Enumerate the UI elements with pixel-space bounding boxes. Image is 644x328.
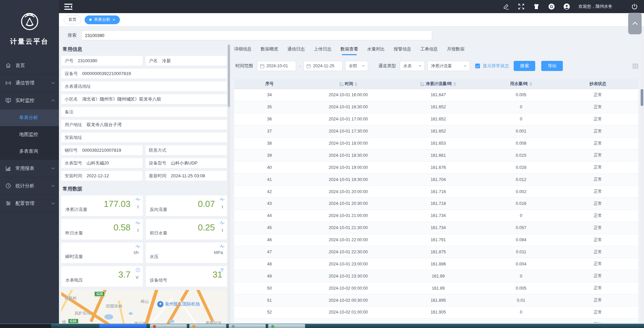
table-row[interactable]: 392024-10-01 18:30:00161.6610.015正常 xyxy=(234,149,638,161)
table-header-cell-3[interactable]: 用水量/吨 xyxy=(485,79,557,89)
tab-工单信息[interactable]: 工单信息 xyxy=(420,46,438,55)
taskbar-app-button[interactable] xyxy=(150,324,187,328)
sort-asc-icon[interactable] xyxy=(529,82,532,84)
table-row[interactable]: 372024-10-01 17:30:00161.6520.001正常 xyxy=(234,125,638,138)
sort-asc-icon[interactable] xyxy=(453,82,456,84)
table-header-cell-1[interactable]: 时间 xyxy=(305,79,392,89)
export-button[interactable]: 导出 xyxy=(541,61,563,71)
table-cell: 2024-10-01 18:00:00 xyxy=(305,138,392,149)
sidebar-item-5[interactable]: 配置管理 xyxy=(0,195,59,212)
table-cell: 2024-10-01 16:30:00 xyxy=(305,101,392,113)
table-row[interactable]: 342024-10-01 16:00:00161.6470.005正常 xyxy=(234,89,638,101)
sort-icons[interactable] xyxy=(529,82,532,86)
table-row[interactable]: 352024-10-01 16:30:00161.6520正常 xyxy=(234,101,638,113)
tab-数据查看[interactable]: 数据查看 xyxy=(341,46,358,55)
page-scrollbar[interactable] xyxy=(641,27,643,323)
taskbar-start-area[interactable] xyxy=(0,324,51,328)
table-header-cell-2[interactable]: 净累计流量/吨 xyxy=(392,79,485,89)
search-button[interactable]: 搜索 xyxy=(514,61,535,71)
sidebar-subitem-2[interactable]: 多表查询 xyxy=(0,143,59,160)
table-cell: 161.652 xyxy=(392,125,485,137)
close-icon[interactable]: × xyxy=(112,17,115,22)
table-row[interactable]: 422024-10-01 20:00:00161.7160.002正常 xyxy=(234,186,638,198)
range-label: 时间范围 xyxy=(235,63,253,69)
column-settings-icon[interactable] xyxy=(633,64,638,69)
tab-通信日志[interactable]: 通信日志 xyxy=(287,46,305,55)
abnormal-label[interactable]: 显示异常状态 xyxy=(483,63,509,69)
collapse-menu-icon[interactable] xyxy=(64,4,72,10)
edit-column-icon[interactable] xyxy=(340,82,344,86)
fullscreen-icon[interactable] xyxy=(518,3,524,10)
table-row[interactable]: 512024-10-02 00:30:00161.8950.01正常 xyxy=(234,294,638,306)
sort-desc-icon[interactable] xyxy=(355,84,357,86)
sort-asc-icon[interactable] xyxy=(355,82,357,84)
table-cell: 2024-10-02 00:30:00 xyxy=(305,294,392,306)
sort-desc-icon[interactable] xyxy=(529,84,532,86)
taskbar-app-button[interactable] xyxy=(268,324,305,328)
granularity-select[interactable]: 全部 xyxy=(345,61,368,71)
power-icon[interactable] xyxy=(631,3,638,10)
search-input[interactable] xyxy=(81,30,432,40)
metric-select[interactable]: 净累计流量 xyxy=(427,61,470,71)
channel-select[interactable]: 水表 xyxy=(400,61,425,71)
sidebar-subitem-1[interactable]: 地图监控 xyxy=(0,126,59,143)
table-header-cell-4: 抄表状态 xyxy=(557,79,638,89)
sort-icons[interactable] xyxy=(453,82,456,86)
left-panel-scrollbar[interactable] xyxy=(228,44,230,324)
google-icon[interactable]: G xyxy=(548,3,555,10)
date-from-input[interactable]: 2024-10-01 xyxy=(257,61,296,71)
abnormal-checkbox[interactable] xyxy=(475,64,480,68)
taskbar-app-button[interactable] xyxy=(189,324,226,328)
table-row[interactable]: 482024-10-01 23:00:00161.8860.004正常 xyxy=(234,258,638,270)
sidebar-item-3[interactable]: 常用报表 xyxy=(0,160,59,177)
table-row[interactable]: 502024-10-02 00:00:00161.890.005正常 xyxy=(234,282,638,294)
table-row[interactable]: 532024-10-02 01:30:00161.9050正常 xyxy=(234,319,638,323)
stat-value: 177.03 xyxy=(104,199,131,209)
table-row[interactable]: 402024-10-01 19:00:00161.6760.028正常 xyxy=(234,161,638,174)
table-row[interactable]: 472024-10-01 22:30:00161.8750.011正常 xyxy=(234,246,638,258)
table-row[interactable]: 452024-10-01 21:30:00161.7340.057正常 xyxy=(234,222,638,234)
taskbar-app-active[interactable] xyxy=(99,324,147,328)
table-row[interactable]: 362024-10-01 17:00:00161.6520正常 xyxy=(234,113,638,125)
tab-详细信息[interactable]: 详细信息 xyxy=(234,46,252,55)
sidebar-subitem-0[interactable]: 单表分析 xyxy=(0,109,59,126)
main-content: 搜索 常用信息 户号23100390户名冷新设备号000000003922100… xyxy=(59,27,644,328)
tag-chip-1[interactable]: 单表分析× xyxy=(85,15,120,24)
table-row[interactable]: 492024-10-01 23:30:00161.890正常 xyxy=(234,270,638,282)
table-row[interactable]: 382024-10-01 18:00:00161.6530.008正常 xyxy=(234,138,638,150)
map-place-label: 晋江市 xyxy=(134,321,146,324)
sort-icons[interactable] xyxy=(355,82,357,86)
pulse-icon xyxy=(135,221,140,225)
channel-value: 水表 xyxy=(403,63,412,69)
tag-chip-0[interactable]: 首页 xyxy=(64,15,81,24)
date-to-input[interactable]: 2024-11-25 xyxy=(303,61,343,71)
scroll-top-button[interactable] xyxy=(628,13,642,34)
os-taskbar xyxy=(0,324,644,328)
sort-desc-icon[interactable] xyxy=(453,84,456,86)
tab-报警信息[interactable]: 报警信息 xyxy=(394,46,411,55)
theme-icon[interactable] xyxy=(533,3,540,10)
tab-数据概览[interactable]: 数据概览 xyxy=(261,46,278,55)
info-field-6: 用户地址双龙寺八组台子湾 xyxy=(61,120,227,130)
monitor-icon xyxy=(5,98,11,103)
table-row[interactable]: 412024-10-01 19:30:00161.7040.012正常 xyxy=(234,174,638,186)
table-row[interactable]: 522024-10-02 01:00:00161.9050正常 xyxy=(234,306,638,319)
tab-上传日志[interactable]: 上传日志 xyxy=(314,46,331,55)
avatar-icon[interactable] xyxy=(564,3,570,10)
table-row[interactable]: 432024-10-01 20:30:00161.7180.016正常 xyxy=(234,198,638,210)
table-row[interactable]: 462024-10-01 22:00:00161.7910.084正常 xyxy=(234,234,638,246)
tab-月报数据[interactable]: 月报数据 xyxy=(447,46,464,55)
scrollbar-thumb[interactable] xyxy=(641,89,643,106)
edit-icon[interactable] xyxy=(503,3,509,10)
taskbar-app-button[interactable] xyxy=(229,324,266,328)
table-row[interactable]: 442024-10-01 21:00:00161.7340正常 xyxy=(234,210,638,222)
map-preview[interactable]: ✈ 泉州晋江国际机场 塘新村田园张林崎山风炉后坑镇晋江市后林杏坂社区袁村G15G… xyxy=(61,290,227,324)
sidebar-item-1[interactable]: 通信管理 xyxy=(0,74,59,92)
sidebar-item-4[interactable]: 统计分析 xyxy=(0,177,59,195)
map-airport-marker[interactable]: ✈ 泉州晋江国际机场 xyxy=(157,301,200,307)
edit-column-icon[interactable] xyxy=(420,82,424,86)
sidebar-item-0[interactable]: 首页 xyxy=(0,57,59,74)
scrollbar-thumb[interactable] xyxy=(228,45,230,107)
sidebar-item-2[interactable]: 实时监控 xyxy=(0,92,59,109)
tab-水量对比[interactable]: 水量对比 xyxy=(367,46,385,55)
